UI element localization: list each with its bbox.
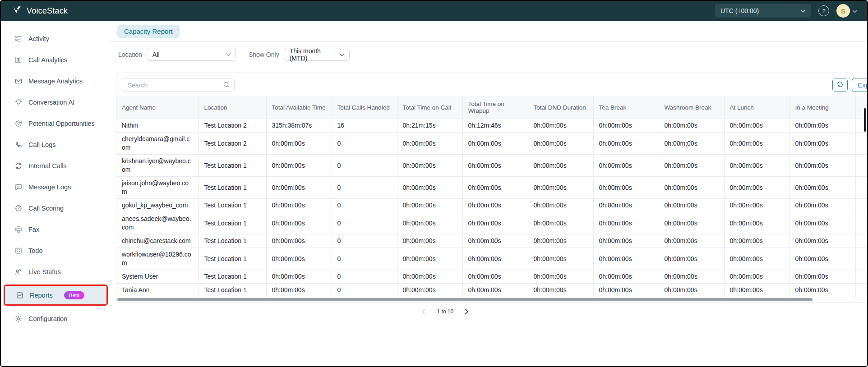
- agent-name-cell: chinchu@carestack.com: [116, 234, 199, 248]
- chevron-down-icon: [853, 7, 857, 15]
- table-cell: 0h:00m:00s: [397, 270, 462, 284]
- table-cell: 0: [332, 270, 397, 284]
- table-cell: 0h:00m:00s: [659, 284, 724, 297]
- agent-name-cell: krishnan.iyer@waybeo.com: [116, 155, 199, 177]
- location-value: All: [152, 51, 160, 58]
- refresh-icon: [836, 81, 844, 89]
- table-cell: [855, 212, 868, 234]
- table-cell: 0h:00m:00s: [528, 155, 593, 177]
- table-cell: 0h:00m:00s: [462, 177, 528, 199]
- table-cell: 0h:00m:00s: [528, 177, 593, 199]
- location-select[interactable]: All: [147, 48, 236, 61]
- user-menu[interactable]: S: [836, 4, 857, 18]
- sidebar-item-label: Todo: [28, 247, 42, 254]
- help-button[interactable]: ?: [818, 5, 829, 16]
- table-cell: 0h:00m:00s: [593, 270, 659, 284]
- sidebar-item-internal-calls[interactable]: Internal Calls: [1, 155, 110, 176]
- table-cell: 0h:00m:00s: [659, 270, 724, 284]
- sidebar-item-call-scoring[interactable]: Call Scoring: [1, 197, 110, 219]
- table-cell: 0h:00m:00s: [462, 155, 528, 177]
- column-header-total-time-on-wrapup: Total Time on Wrapup: [462, 96, 528, 119]
- table-cell: [855, 284, 868, 297]
- table-cell: Test Location 1: [199, 177, 266, 199]
- table-cell: [855, 270, 868, 284]
- sidebar-item-label: Potential Opportunities: [28, 120, 95, 127]
- table-viewport: Agent NameLocationTotal Available TimeTo…: [116, 96, 868, 297]
- prev-page-button[interactable]: [420, 307, 427, 316]
- agent-name-cell: anees.sadeek@waybeo.com: [116, 212, 199, 234]
- table-cell: 0h:00m:00s: [397, 177, 462, 199]
- sidebar-item-label: Fax: [28, 226, 39, 233]
- table-cell: 0h:00m:00s: [790, 284, 855, 297]
- horizontal-scrollbar: [117, 298, 868, 302]
- table-cell: 0h:00m:00s: [659, 248, 724, 270]
- table-cell: 0h:00m:00s: [724, 199, 790, 212]
- sidebar-item-message-logs[interactable]: Message Logs: [1, 176, 110, 197]
- column-header-total-available-time: Total Available Time: [266, 96, 332, 119]
- search-input[interactable]: [122, 78, 235, 92]
- column-header-total-dnd-duration: Total DND Duration: [528, 96, 593, 119]
- table-cell: [855, 155, 868, 177]
- show-only-value: This month (MTD): [290, 47, 335, 62]
- table-cell: Test Location 1: [199, 212, 266, 234]
- table-cell: 0h:00m:00s: [528, 234, 593, 248]
- table-cell: 0h:00m:00s: [462, 270, 528, 284]
- brand: VoiceStack: [12, 5, 68, 17]
- table-cell: 0h:00m:00s: [593, 234, 659, 248]
- table-cell: Test Location 1: [199, 234, 266, 248]
- sidebar-item-activity[interactable]: Activity: [1, 28, 110, 49]
- next-page-button[interactable]: [463, 307, 470, 316]
- vertical-scrollbar-thumb[interactable]: [864, 108, 866, 132]
- table-toolbar: Export CSV Columns: [116, 73, 868, 96]
- message-analytics-icon: [14, 77, 23, 85]
- fax-icon: [14, 225, 23, 234]
- table-cell: 0h:00m:00s: [266, 199, 332, 212]
- sidebar-item-fax[interactable]: Fax: [1, 219, 110, 240]
- table-cell: 0h:00m:00s: [724, 119, 790, 133]
- capacity-report-table: Agent NameLocationTotal Available TimeTo…: [116, 96, 868, 297]
- sidebar-item-live-status[interactable]: Live Status: [1, 261, 110, 282]
- table-cell: 0h:00m:00s: [593, 133, 659, 155]
- column-header-total-time-on-call: Total Time on Call: [397, 96, 462, 119]
- sidebar-item-potential-opportunities[interactable]: Potential Opportunities: [1, 113, 110, 134]
- table-cell: 0: [332, 212, 397, 234]
- table-cell: 0h:00m:00s: [790, 270, 855, 284]
- todo-icon: [14, 247, 23, 255]
- column-header-location: Location: [199, 96, 266, 119]
- export-csv-button[interactable]: Export CSV: [852, 78, 868, 92]
- table-header-row: Agent NameLocationTotal Available TimeTo…: [116, 96, 868, 119]
- sidebar-item-conversation-ai[interactable]: Conversation AI: [1, 92, 110, 113]
- table-cell: Test Location 1: [199, 248, 266, 270]
- refresh-button[interactable]: [832, 78, 848, 92]
- sidebar-item-call-logs[interactable]: Call Logs: [1, 134, 110, 155]
- pagination-range-label: 1 to 10: [437, 308, 453, 315]
- agent-name-cell: gokul_kp_waybeo_com: [116, 199, 199, 212]
- table-cell: 0h:00m:00s: [462, 212, 528, 234]
- column-header-agent-name: Agent Name: [116, 96, 199, 119]
- table-cell: 0h:00m:00s: [593, 177, 659, 199]
- call-analytics-icon: [14, 56, 23, 64]
- tab-capacity-report[interactable]: Capacity Report: [117, 25, 180, 38]
- sidebar-item-label: Message Analytics: [28, 78, 83, 85]
- sidebar-item-todo[interactable]: Todo: [1, 240, 110, 261]
- table-cell: 0h:00m:00s: [659, 155, 724, 177]
- sidebar-item-reports[interactable]: ReportsBeta: [4, 284, 108, 306]
- table-cell: 0h:00m:00s: [593, 155, 659, 177]
- table-cell: 0h:00m:00s: [593, 248, 659, 270]
- table-row: System UserTest Location 10h:00m:00s00h:…: [116, 270, 868, 284]
- table-cell: 0h:00m:00s: [397, 155, 462, 177]
- sidebar-item-label: Internal Calls: [28, 162, 67, 170]
- table-cell: 0h:00m:00s: [397, 284, 462, 297]
- show-only-select[interactable]: This month (MTD): [284, 48, 350, 61]
- table-cell: 0: [332, 248, 397, 270]
- column-header-at-lunch: At Lunch: [724, 96, 790, 119]
- pagination: 1 to 10: [110, 307, 868, 316]
- sidebar-item-call-analytics[interactable]: Call Analytics: [1, 49, 110, 70]
- sidebar-item-message-analytics[interactable]: Message Analytics: [1, 70, 110, 92]
- timezone-select[interactable]: UTC (+00:00): [715, 4, 811, 18]
- sidebar-item-label: Activity: [28, 35, 49, 42]
- table-cell: 0h:00m:00s: [659, 199, 724, 212]
- horizontal-scrollbar-thumb[interactable]: [117, 298, 813, 301]
- table-cell: 0: [332, 177, 397, 199]
- sidebar-item-configuration[interactable]: Configuration: [1, 308, 110, 329]
